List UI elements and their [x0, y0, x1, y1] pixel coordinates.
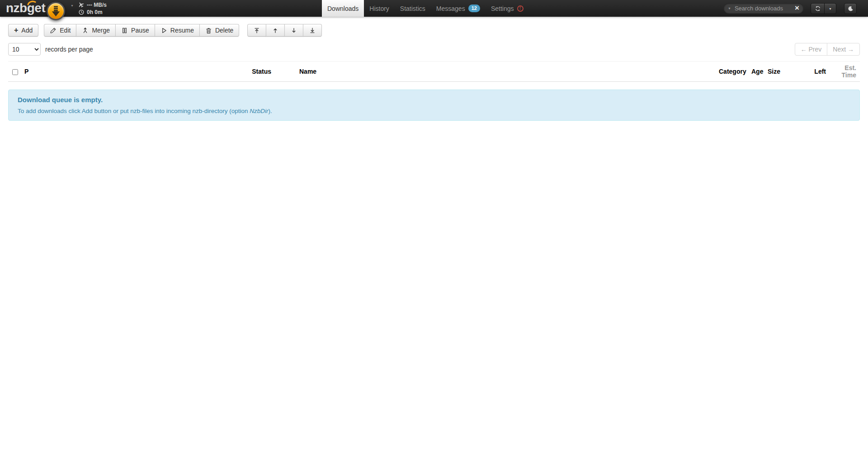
empty-queue-alert: Download queue is empty. To add download… [8, 90, 860, 121]
play-outline-icon [160, 27, 167, 34]
arrow-to-bottom-icon [309, 27, 316, 34]
tab-messages[interactable]: Messages 12 [431, 0, 486, 17]
prev-page-button[interactable]: ← Prev [795, 43, 828, 56]
time-row: 0h 0m [78, 9, 107, 16]
move-to-bottom-button[interactable] [303, 24, 322, 37]
search-box[interactable]: ▼ × [724, 3, 803, 13]
time-left-value: 0h 0m [87, 9, 103, 15]
add-button[interactable]: + Add [8, 24, 38, 37]
main-content: + Add Edit Merge Pause [0, 24, 868, 121]
move-down-button[interactable] [284, 24, 303, 37]
col-header-left: Left [800, 61, 830, 82]
page-controls: 10 records per page ← Prev Next → [8, 43, 860, 56]
messages-count-badge: 12 [468, 5, 480, 12]
download-arrow-icon [52, 6, 60, 17]
trash-icon [205, 27, 212, 34]
delete-button[interactable]: Delete [199, 24, 239, 37]
caret-down-icon: ▼ [829, 7, 832, 10]
col-header-category: Category [715, 61, 748, 82]
queue-toolbar: + Add Edit Merge Pause [8, 24, 860, 37]
downloads-table: P Status Name Category Age Size Left Est… [8, 61, 860, 82]
settings-warning-icon: ! [517, 5, 524, 12]
play-menu-caret-icon[interactable]: ▼ [71, 4, 74, 7]
brand-text: nzbget [6, 1, 45, 15]
records-per-page-label: records per page [45, 46, 93, 53]
tab-history[interactable]: History [364, 0, 395, 17]
tab-downloads[interactable]: Downloads [322, 0, 364, 17]
col-header-status: Status [198, 61, 275, 82]
pause-icon [121, 27, 128, 34]
option-name: NzbDir [250, 108, 268, 114]
merge-icon [82, 27, 89, 34]
speed-row: --- MB/s [78, 1, 107, 9]
col-header-name: Name [275, 61, 715, 82]
alert-body: To add downloads click Add button or put… [18, 108, 850, 114]
move-actions-group [247, 24, 322, 37]
table-header-row: P Status Name Category Age Size Left Est… [8, 61, 860, 82]
alert-title: Download queue is empty. [18, 96, 850, 104]
col-header-est-time: Est. Time [830, 61, 860, 82]
theme-toggle-button[interactable] [844, 3, 857, 14]
top-navbar: nzbget ▼ --- MB/s [0, 0, 868, 17]
brand-logo: nzbget [6, 1, 45, 15]
play-pause-download-button[interactable] [47, 2, 65, 20]
arrow-to-top-icon [254, 27, 260, 34]
next-page-button[interactable]: Next → [827, 43, 860, 56]
refresh-icon [815, 5, 821, 12]
refresh-button-group: ▼ [811, 3, 836, 14]
edit-button[interactable]: Edit [44, 24, 76, 37]
arrow-up-icon [272, 27, 278, 34]
moon-icon [848, 6, 854, 12]
plus-icon: + [14, 27, 18, 34]
move-to-top-button[interactable] [247, 24, 266, 37]
plane-icon [78, 1, 85, 9]
search-options-caret-icon[interactable]: ▼ [728, 7, 731, 10]
brand-swoosh-icon [27, 0, 36, 5]
status-info: --- MB/s 0h 0m [78, 1, 107, 16]
main-tabs: Downloads History Statistics Messages 12… [322, 0, 529, 17]
pause-button[interactable]: Pause [115, 24, 155, 37]
search-input[interactable] [734, 5, 792, 12]
refresh-button[interactable] [811, 3, 825, 14]
arrow-down-icon [291, 27, 297, 34]
col-header-priority: P [21, 61, 198, 82]
move-up-button[interactable] [266, 24, 285, 37]
tab-statistics[interactable]: Statistics [395, 0, 431, 17]
pencil-icon [50, 27, 57, 34]
merge-button[interactable]: Merge [76, 24, 116, 37]
pager: ← Prev Next → [795, 43, 860, 56]
resume-button[interactable]: Resume [155, 24, 200, 37]
edit-actions-group: Edit Merge Pause Resume [44, 24, 239, 37]
records-per-page-select[interactable]: 10 [8, 43, 41, 56]
speed-value: --- MB/s [87, 2, 107, 8]
search-clear-icon[interactable]: × [795, 5, 799, 11]
refresh-interval-caret-button[interactable]: ▼ [824, 3, 836, 14]
col-header-size: Size [764, 61, 800, 82]
tab-settings[interactable]: Settings ! [486, 0, 529, 17]
select-all-checkbox[interactable] [12, 69, 18, 75]
clock-icon [78, 9, 85, 15]
col-header-age: Age [748, 61, 764, 82]
